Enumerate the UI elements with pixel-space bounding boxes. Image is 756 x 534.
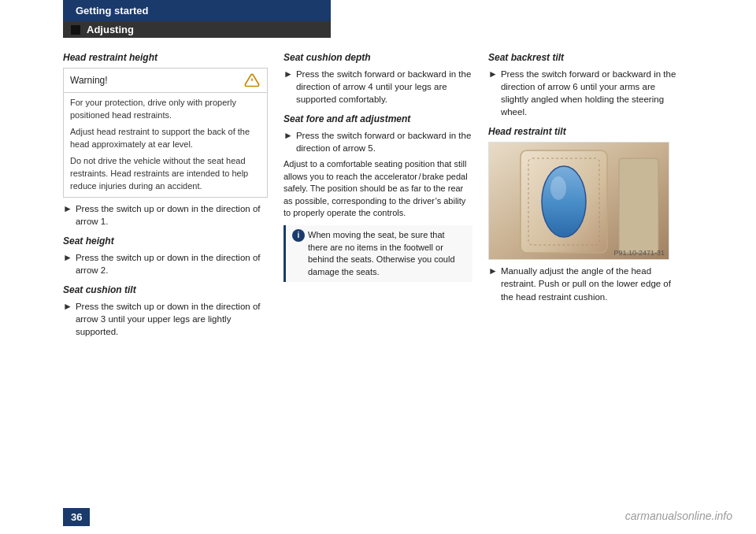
instruction-seat-height: ► Press the switch up or down in the dir… (63, 251, 268, 276)
bullet-2: ► (63, 251, 72, 265)
instruction-cushion-depth: ► Press the switch forward or backward i… (284, 68, 472, 106)
svg-rect-7 (619, 158, 658, 253)
instruction-text-2: Press the switch up or down in the direc… (76, 251, 268, 276)
bullet-4: ► (284, 68, 293, 81)
header-bar: Getting started (63, 0, 331, 21)
bullet-5: ► (284, 129, 293, 143)
adjusting-label: Adjusting (63, 21, 331, 38)
header-title: Getting started (76, 5, 148, 17)
adjusting-text: Adjusting (87, 24, 134, 35)
warning-body: For your protection, drive only with pro… (64, 93, 267, 197)
head-restraint-svg (489, 143, 669, 260)
warning-text-1: For your protection, drive only with pro… (70, 97, 261, 122)
warning-header: Warning! (64, 69, 267, 93)
warning-text-2: Adjust head restraint to support the bac… (70, 126, 261, 151)
warning-box: Warning! For your protection, drive only… (63, 68, 268, 198)
instruction-text-4: Press the switch forward or backward in … (296, 68, 472, 106)
section-head-restraint-tilt-title: Head restraint tilt (488, 126, 677, 137)
section-seat-cushion-tilt-title: Seat cushion tilt (63, 284, 268, 295)
info-text: When moving the seat, be sure that there… (308, 229, 466, 278)
info-content: i When moving the seat, be sure that the… (292, 229, 466, 278)
instruction-text-6: Press the switch forward or backward in … (501, 68, 677, 118)
instruction-head-restraint-tilt: ► Manually adjust the angle of the head … (488, 265, 677, 302)
warning-icon (243, 72, 261, 89)
col-right: Seat backrest tilt ► Press the switch fo… (488, 52, 677, 342)
instruction-text-1: Press the switch up or down in the direc… (76, 202, 268, 228)
head-restraint-image: P91.10-2471-31 (488, 142, 669, 260)
bullet-6: ► (488, 68, 498, 81)
warning-text-3: Do not drive the vehicle without the sea… (70, 155, 261, 193)
warning-label: Warning! (70, 75, 108, 86)
instruction-head-restraint: ► Press the switch up or down in the dir… (63, 202, 268, 228)
content-area: Head restraint height Warning! For your … (0, 44, 756, 350)
svg-point-6 (550, 176, 566, 200)
info-box: i When moving the seat, be sure that the… (284, 225, 472, 282)
instruction-seat-cushion-tilt: ► Press the switch up or down in the dir… (63, 300, 268, 338)
bullet-1: ► (63, 202, 72, 216)
svg-point-5 (542, 166, 586, 237)
watermark: carmanualsonline.info (625, 510, 732, 522)
bullet-3: ► (63, 300, 72, 313)
img-label: P91.10-2471-31 (613, 249, 665, 257)
fore-aft-body: Adjust to a comfortable seating position… (284, 158, 472, 219)
section-backrest-tilt-title: Seat backrest tilt (488, 52, 677, 63)
col-left: Head restraint height Warning! For your … (63, 52, 268, 342)
section-fore-aft-title: Seat fore and aft adjustment (284, 113, 472, 124)
instruction-text-7: Manually adjust the angle of the head re… (501, 265, 677, 302)
instruction-text-3: Press the switch up or down in the direc… (76, 300, 268, 338)
instruction-backrest-tilt: ► Press the switch forward or backward i… (488, 68, 677, 118)
page-container: Getting started Adjusting Head restraint… (0, 0, 756, 534)
section-seat-height-title: Seat height (63, 235, 268, 247)
page-number: 36 (63, 508, 90, 526)
bullet-7: ► (488, 265, 498, 278)
instruction-text-5: Press the switch forward or backward in … (296, 129, 472, 154)
section-head-restraint-height-title: Head restraint height (63, 52, 268, 63)
section-seat-cushion-depth-title: Seat cushion depth (284, 52, 472, 63)
instruction-fore-aft: ► Press the switch forward or backward i… (284, 129, 472, 154)
info-icon: i (292, 229, 305, 242)
col-middle: Seat cushion depth ► Press the switch fo… (284, 52, 472, 342)
